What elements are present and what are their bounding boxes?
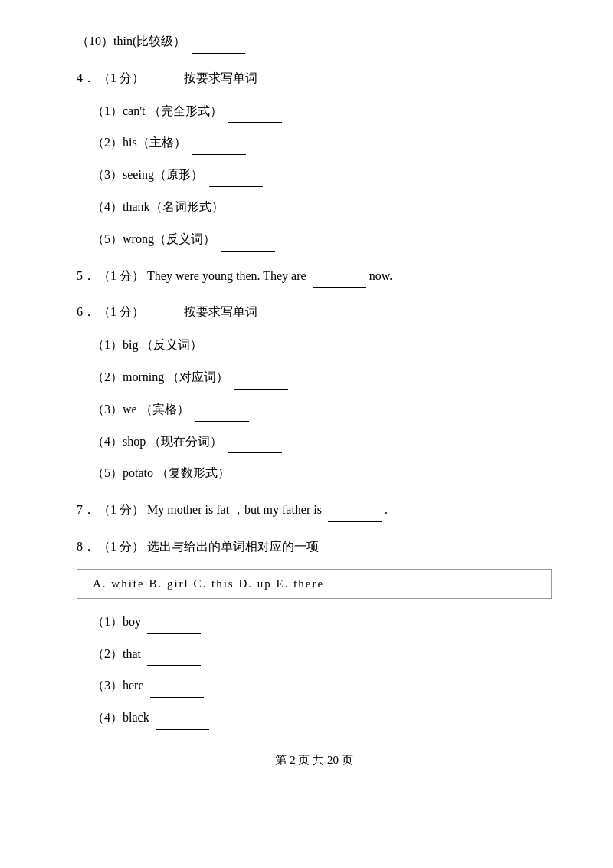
- q8-item-4-text: （4）black: [92, 711, 149, 724]
- q10-sub-blank[interactable]: [192, 31, 245, 54]
- q6-header: 6． （1 分） 按要求写单词: [77, 301, 552, 324]
- q5-line: 5． （1 分） They were young then. They are …: [77, 265, 552, 288]
- q4-item-4-blank[interactable]: [230, 196, 284, 219]
- q4-item-1: （1）can't （完全形式）: [92, 100, 552, 123]
- q4-item-5-text: （5）wrong（反义词）: [92, 232, 215, 245]
- q8-item-3: （3）here: [92, 675, 552, 698]
- q10-sub-block: （10）thin(比较级）: [77, 31, 552, 54]
- q6-item-2: （2）morning （对应词）: [92, 367, 552, 390]
- q4-label: 按要求写单词: [184, 71, 257, 84]
- q6-item-4-blank[interactable]: [228, 431, 282, 454]
- q4-item-3: （3）seeing（原形）: [92, 164, 552, 187]
- q6-item-1-text: （1）big （反义词）: [92, 338, 202, 351]
- q5-blank[interactable]: [313, 265, 366, 288]
- q6-item-5-text: （5）potato （复数形式）: [92, 466, 230, 479]
- q4-item-1-text: （1）can't （完全形式）: [92, 104, 222, 117]
- q8-score: （1 分）: [98, 540, 144, 553]
- q4-score: （1 分）: [98, 71, 181, 84]
- q5-prefix: 5．: [77, 269, 95, 282]
- q8-block: 8． （1 分） 选出与给出的单词相对应的一项 A. white B. girl…: [77, 536, 552, 730]
- q6-item-3-text: （3）we （宾格）: [92, 403, 189, 416]
- q8-item-2-text: （2）that: [92, 647, 141, 660]
- q6-item-5: （5）potato （复数形式）: [92, 462, 552, 485]
- q8-prefix: 8．: [77, 540, 95, 553]
- q4-item-2-text: （2）his（主格）: [92, 136, 186, 149]
- q4-item-4: （4）thank（名词形式）: [92, 196, 552, 219]
- q6-item-3-blank[interactable]: [195, 399, 249, 422]
- q6-item-1-blank[interactable]: [208, 334, 262, 357]
- q4-item-3-text: （3）seeing（原形）: [92, 168, 203, 181]
- q8-item-1: （1）boy: [92, 611, 552, 634]
- q4-item-2: （2）his（主格）: [92, 132, 552, 155]
- q8-item-2-blank[interactable]: [147, 643, 201, 666]
- q4-item-1-blank[interactable]: [228, 100, 282, 123]
- page-footer: 第 2 页 共 20 页: [77, 753, 552, 768]
- q8-options-text: A. white B. girl C. this D. up E. there: [93, 577, 324, 590]
- q7-line: 7． （1 分） My mother is fat ，but my father…: [77, 499, 552, 522]
- q6-item-2-blank[interactable]: [234, 367, 288, 390]
- q4-block: 4． （1 分） 按要求写单词 （1）can't （完全形式） （2）his（主…: [77, 67, 552, 252]
- q6-block: 6． （1 分） 按要求写单词 （1）big （反义词） （2）morning …: [77, 301, 552, 485]
- q4-item-3-blank[interactable]: [209, 164, 263, 187]
- q7-text: My mother is fat ，but my father is: [147, 503, 322, 516]
- q4-item-5-blank[interactable]: [221, 229, 275, 252]
- q8-item-4: （4）black: [92, 707, 552, 730]
- q8-item-1-blank[interactable]: [147, 611, 201, 634]
- q5-text: They were young then. They are: [147, 269, 306, 282]
- q4-header: 4． （1 分） 按要求写单词: [77, 67, 552, 90]
- q6-item-4-text: （4）shop （现在分词）: [92, 435, 222, 448]
- q6-prefix: 6．: [77, 305, 95, 318]
- q6-item-2-text: （2）morning （对应词）: [92, 370, 228, 383]
- q8-item-4-blank[interactable]: [156, 707, 209, 730]
- q6-item-4: （4）shop （现在分词）: [92, 431, 552, 454]
- q5-block: 5． （1 分） They were young then. They are …: [77, 265, 552, 288]
- q7-block: 7． （1 分） My mother is fat ，but my father…: [77, 499, 552, 522]
- q6-item-3: （3）we （宾格）: [92, 399, 552, 422]
- q4-prefix: 4．: [77, 71, 95, 84]
- q7-blank[interactable]: [328, 499, 382, 522]
- q6-item-1: （1）big （反义词）: [92, 334, 552, 357]
- q10-sub-line: （10）thin(比较级）: [77, 31, 552, 54]
- q6-score: （1 分）: [98, 305, 181, 318]
- q8-item-3-text: （3）here: [92, 679, 144, 692]
- q4-item-5: （5）wrong（反义词）: [92, 229, 552, 252]
- q8-item-2: （2）that: [92, 643, 552, 666]
- q6-label: 按要求写单词: [184, 305, 257, 318]
- q8-options-box: A. white B. girl C. this D. up E. there: [77, 569, 552, 599]
- q5-score: （1 分）: [98, 269, 144, 282]
- q8-item-1-text: （1）boy: [92, 615, 141, 628]
- q10-sub-text: （10）thin(比较级）: [77, 35, 185, 48]
- q7-suffix: .: [385, 503, 388, 516]
- footer-text: 第 2 页 共 20 页: [275, 754, 352, 766]
- q4-item-2-blank[interactable]: [192, 132, 246, 155]
- q7-prefix: 7．: [77, 503, 95, 516]
- q4-item-4-text: （4）thank（名词形式）: [92, 200, 224, 213]
- q8-item-3-blank[interactable]: [150, 675, 204, 698]
- q7-score: （1 分）: [98, 503, 144, 516]
- q8-label: 选出与给出的单词相对应的一项: [147, 540, 319, 553]
- q8-header: 8． （1 分） 选出与给出的单词相对应的一项: [77, 536, 552, 558]
- q5-suffix: now.: [369, 269, 393, 282]
- q6-item-5-blank[interactable]: [236, 462, 290, 485]
